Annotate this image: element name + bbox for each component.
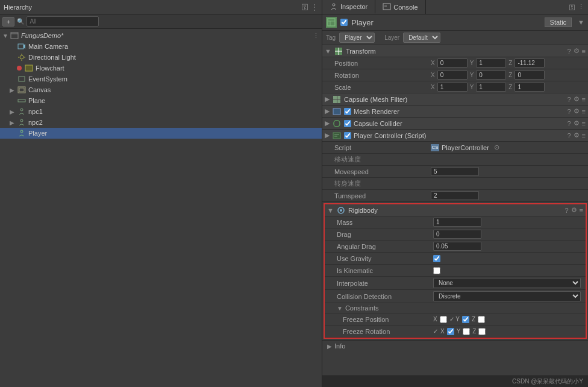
hierarchy-item-player[interactable]: Player <box>0 128 322 139</box>
hierarchy-item-npc2[interactable]: ▶ npc2 <box>0 117 322 128</box>
rotation-x-input[interactable] <box>437 71 468 80</box>
layer-label: Layer <box>384 34 399 41</box>
inspector-tab-label: Inspector <box>340 3 367 10</box>
transform-menu-icon[interactable]: ≡ <box>582 48 586 55</box>
info-row[interactable]: ▶ Info <box>322 340 588 351</box>
mesh-filter-settings-icon[interactable]: ⚙ <box>574 95 580 103</box>
hierarchy-item-eventsystem[interactable]: EventSystem <box>0 74 322 84</box>
capsule-collider-header[interactable]: ▶ Capsule Collider ? ⚙ ≡ <box>322 118 588 130</box>
rigidbody-section: ▼ Rigidbody ? ⚙ ≡ Mass Drag <box>324 203 587 339</box>
interpolate-select[interactable]: None Interpolate Extrapolate <box>433 278 581 288</box>
mesh-renderer-help-icon[interactable]: ? <box>567 108 571 115</box>
search-icon: 🔍 <box>17 18 24 25</box>
hierarchy-add-button[interactable]: + <box>2 17 14 27</box>
lock-icon[interactable]: ⚿ <box>569 4 575 11</box>
mesh-renderer-settings-icon[interactable]: ⚙ <box>574 107 580 115</box>
hierarchy-item-flowchart[interactable]: Flowchart <box>0 63 322 74</box>
hierarchy-item-plane[interactable]: Plane <box>0 95 322 106</box>
freeze-pos-y-label: ✓ Y <box>449 316 460 322</box>
object-active-checkbox[interactable] <box>340 19 348 26</box>
hierarchy-lock-icon[interactable]: ⚿ <box>301 3 308 11</box>
hierarchy-item-main-camera[interactable]: Main Camera <box>0 41 322 52</box>
script-open-icon[interactable]: ⊙ <box>494 143 499 151</box>
item-menu-icon[interactable]: ⋮ <box>313 32 319 40</box>
rotation-y-input[interactable] <box>476 71 506 80</box>
position-x-input[interactable] <box>437 58 468 68</box>
scale-x-input[interactable] <box>437 83 468 92</box>
transform-header[interactable]: ▼ Transform ? ⚙ ≡ <box>322 45 588 57</box>
tab-inspector[interactable]: Inspector <box>322 0 375 14</box>
freeze-pos-x-checkbox[interactable] <box>440 316 447 323</box>
layer-select[interactable]: Default <box>403 33 440 43</box>
freeze-rot-z-checkbox[interactable] <box>478 328 486 335</box>
angular-drag-input[interactable] <box>433 242 481 251</box>
scale-y-input[interactable] <box>476 83 506 92</box>
freeze-rot-x-checkbox[interactable] <box>447 328 454 335</box>
hierarchy-item-label: npc1 <box>28 108 43 115</box>
hierarchy-header-icons: ⚿ ⋮ <box>301 3 318 11</box>
light-icon <box>17 53 27 61</box>
player-controller-help-icon[interactable]: ? <box>567 132 571 139</box>
player-controller-settings-icon[interactable]: ⚙ <box>574 131 580 139</box>
transform-settings-icon[interactable]: ⚙ <box>574 47 580 55</box>
capsule-collider-menu-icon[interactable]: ≡ <box>582 120 586 127</box>
capsule-collider-title: Capsule Collider <box>354 120 567 127</box>
hierarchy-title: Hierarchy <box>4 4 32 11</box>
scale-label: Scale <box>334 84 431 91</box>
mesh-renderer-checkbox[interactable] <box>344 108 351 115</box>
static-button[interactable]: Static <box>545 17 572 27</box>
turnspeed-input[interactable] <box>431 191 479 200</box>
capsule-collider-settings-icon[interactable]: ⚙ <box>574 119 580 127</box>
rigidbody-header[interactable]: ▼ Rigidbody ? ⚙ ≡ <box>325 204 586 216</box>
player-controller-header[interactable]: ▶ Player Controller (Script) ? ⚙ ≡ <box>322 130 588 142</box>
mass-input[interactable] <box>433 218 481 227</box>
hierarchy-item-directional-light[interactable]: Directional Light <box>0 52 322 63</box>
mesh-filter-menu-icon[interactable]: ≡ <box>582 96 586 103</box>
mesh-renderer-menu-icon[interactable]: ≡ <box>582 108 586 115</box>
rotation-label: Rotation <box>334 72 431 79</box>
hierarchy-menu-icon[interactable]: ⋮ <box>311 3 318 11</box>
y-label: Y <box>470 60 474 66</box>
use-gravity-checkbox[interactable] <box>433 255 440 262</box>
hierarchy-item-canvas[interactable]: ▶ Canvas <box>0 84 322 95</box>
static-dropdown-arrow[interactable]: ▼ <box>578 19 584 26</box>
position-z-input[interactable] <box>514 58 545 68</box>
player-controller-menu-icon[interactable]: ≡ <box>582 132 586 139</box>
movespeed-input[interactable] <box>431 167 479 176</box>
constraints-header[interactable]: ▼ Constraints <box>325 303 586 313</box>
mesh-filter-header[interactable]: ▶ Capsule (Mesh Filter) ? ⚙ ≡ <box>322 93 588 105</box>
rigidbody-help-icon[interactable]: ? <box>565 207 568 214</box>
capsule-collider-help-icon[interactable]: ? <box>567 120 571 127</box>
tag-select[interactable]: Player <box>339 33 375 43</box>
tab-console[interactable]: Console <box>375 0 425 14</box>
hierarchy-item-label: Player <box>28 130 47 137</box>
scene-icon <box>10 31 19 40</box>
rotation-z-input[interactable] <box>514 71 545 80</box>
object-name: Player <box>351 18 541 27</box>
freeze-pos-y-checkbox[interactable] <box>462 316 469 323</box>
hierarchy-panel: Hierarchy ⚿ ⋮ + 🔍 ▼ FungusDemo* ⋮ <box>0 0 322 387</box>
hierarchy-item-fungus-demo[interactable]: ▼ FungusDemo* ⋮ <box>0 30 322 41</box>
rigidbody-menu-icon[interactable]: ≡ <box>580 207 583 214</box>
freeze-rot-y-checkbox[interactable] <box>463 328 470 335</box>
mesh-renderer-header[interactable]: ▶ Mesh Renderer ? ⚙ ≡ <box>322 105 588 118</box>
z-label: Z <box>508 72 512 78</box>
position-y-input[interactable] <box>476 58 506 68</box>
is-kinematic-checkbox[interactable] <box>433 267 440 274</box>
freeze-pos-z-checkbox[interactable] <box>478 316 485 323</box>
hierarchy-search-input[interactable] <box>27 16 99 27</box>
scale-z-input[interactable] <box>514 83 545 92</box>
hierarchy-item-npc1[interactable]: ▶ npc1 <box>0 106 322 117</box>
rigidbody-settings-icon[interactable]: ⚙ <box>571 206 577 214</box>
mesh-filter-help-icon[interactable]: ? <box>567 96 571 103</box>
menu-icon[interactable]: ⋮ <box>578 3 584 11</box>
capsule-collider-checkbox[interactable] <box>344 120 351 127</box>
object-type-icon <box>326 17 337 28</box>
player-controller-checkbox[interactable] <box>344 132 351 139</box>
script-file-icon: CS <box>431 144 439 151</box>
collision-detection-select[interactable]: Discrete Continuous Continuous Dynamic C… <box>433 291 581 301</box>
transform-help-icon[interactable]: ? <box>567 48 571 55</box>
script-row: Script CS PlayerController ⊙ <box>322 142 588 154</box>
canvas-icon <box>17 86 27 94</box>
drag-input[interactable] <box>433 230 481 239</box>
